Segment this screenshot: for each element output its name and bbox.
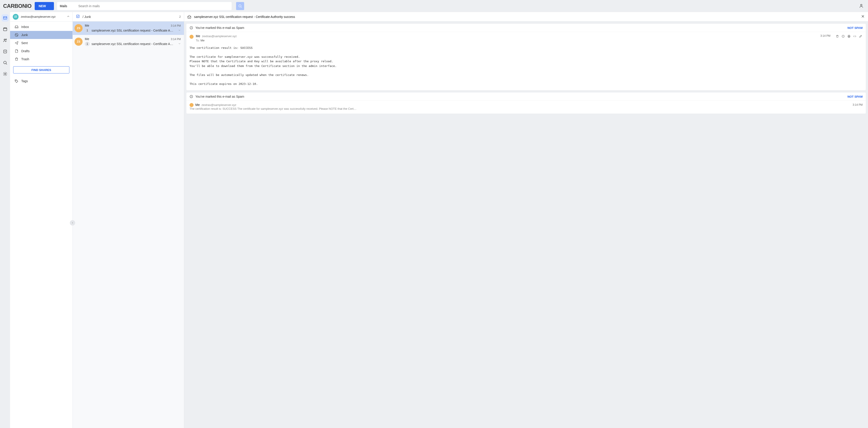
rail-search[interactable] (2, 59, 9, 66)
new-button[interactable]: NEW (35, 2, 54, 10)
sender-avatar: ZS (74, 38, 83, 46)
message-card: You've marked this e-mail as Spam NOT SP… (186, 24, 866, 90)
to-value: Me (200, 39, 205, 42)
shield-icon (842, 35, 845, 38)
search-icon (3, 60, 7, 65)
rail-calendar[interactable] (2, 26, 9, 33)
mail-subject: sampleserver.xyz SSL certification reque… (92, 29, 176, 32)
mail-icon (3, 16, 7, 20)
print-message-button[interactable] (847, 34, 851, 39)
rail-files[interactable] (2, 48, 9, 55)
sidebar-collapse-handle[interactable] (70, 220, 75, 226)
spam-toggle-button[interactable] (841, 34, 845, 39)
svg-point-10 (16, 80, 16, 81)
mail-row[interactable]: ZS Me 3:14 PM 1 sampleserver.xyz SSL cer… (73, 22, 184, 35)
folder-inbox[interactable]: Inbox (10, 23, 72, 31)
mail-from: Me (85, 24, 89, 27)
mail-count: 2 (179, 15, 181, 18)
chevron-down-icon (48, 5, 50, 7)
svg-rect-3 (3, 28, 7, 31)
calendar-icon (3, 27, 7, 31)
account-row[interactable]: ZZ zextras@sampleserver.xyz (10, 12, 72, 22)
chevron-down-icon (178, 42, 181, 45)
find-shares-button[interactable]: FIND SHARES (13, 66, 69, 74)
folder-sent[interactable]: Sent (10, 39, 72, 47)
message-time: 3:14 PM (852, 103, 863, 106)
search-input[interactable] (75, 4, 231, 8)
folder-list: Inbox Junk Sent Drafts Trash (10, 22, 72, 64)
folder-label: Sent (21, 41, 28, 45)
app-rail (0, 12, 10, 428)
printer-icon (847, 35, 850, 38)
rail-contacts[interactable] (2, 37, 9, 44)
message-time: 3:14 PM (820, 34, 830, 37)
chevron-down-icon (178, 29, 181, 32)
select-all-checkbox[interactable] (76, 14, 80, 19)
account-avatar: ZZ (13, 14, 19, 20)
folder-trash[interactable]: Trash (10, 55, 72, 63)
profile-button[interactable] (858, 2, 865, 10)
spam-banner: You've marked this e-mail as Spam NOT SP… (186, 92, 866, 101)
rail-settings[interactable] (2, 70, 9, 78)
message-card[interactable]: You've marked this e-mail as Spam NOT SP… (186, 92, 866, 114)
svg-point-8 (4, 74, 6, 75)
message-header: Me zextras@sampleserver.xyz To: Me 3:14 … (186, 32, 866, 44)
spam-banner-text: You've marked this e-mail as Spam (195, 26, 845, 30)
mail-list-pane: / Junk 2 ZS Me 3:14 PM 1 sampleserver.xy… (73, 12, 184, 428)
brand-logo: CARBONIO (3, 3, 32, 9)
search-scope-label: Mails (60, 4, 67, 8)
not-spam-button[interactable]: NOT SPAM (847, 26, 863, 30)
files-icon (3, 49, 7, 54)
contacts-icon (3, 38, 7, 42)
not-spam-button[interactable]: NOT SPAM (847, 95, 863, 98)
search-scope-dropdown[interactable]: Mails (57, 2, 75, 10)
rail-mail[interactable] (2, 14, 9, 22)
mail-row[interactable]: ZS Me 3:14 PM 1 sampleserver.xyz SSL cer… (73, 35, 184, 48)
folder-drafts[interactable]: Drafts (10, 47, 72, 55)
chevron-left-icon (71, 222, 73, 224)
message-avatar (189, 103, 193, 107)
message-from-email: zextras@sampleserver.xyz (202, 103, 236, 107)
info-icon (189, 95, 193, 98)
message-collapsed: Me zextras@sampleserver.xyz 3:14 PM The … (186, 101, 866, 114)
message-body: The certification result is: SUCCESS The… (186, 44, 866, 90)
chevron-up-icon (67, 15, 70, 18)
tags-label: Tags (21, 79, 28, 83)
search-button[interactable] (236, 2, 244, 10)
spam-banner: You've marked this e-mail as Spam NOT SP… (186, 24, 866, 32)
checkbox-icon (76, 14, 80, 18)
close-reader-button[interactable] (861, 14, 865, 19)
folder-label: Trash (21, 57, 29, 61)
top-bar: CARBONIO NEW Mails (0, 0, 868, 12)
mail-list-header: / Junk 2 (73, 12, 184, 22)
edit-message-button[interactable] (859, 34, 863, 39)
message-from-email: zextras@sampleserver.xyz (202, 34, 237, 38)
thread-expand-toggle[interactable] (178, 42, 181, 46)
reading-pane-header: sampleserver.xyz SSL certification reque… (184, 12, 868, 22)
tag-icon (14, 79, 19, 83)
mail-subject: sampleserver.xyz SSL certification reque… (92, 42, 176, 46)
spam-banner-text: You've marked this e-mail as Spam (195, 95, 845, 98)
folder-label: Inbox (21, 25, 29, 29)
thread-expand-toggle[interactable] (178, 29, 181, 32)
thread-count-badge: 1 (85, 28, 90, 33)
tags-row[interactable]: Tags (10, 77, 72, 85)
delete-message-button[interactable] (835, 34, 839, 39)
trash-icon (14, 57, 19, 61)
search-icon (238, 4, 242, 8)
trash-icon (836, 35, 839, 38)
folder-breadcrumb: / Junk (83, 15, 91, 19)
folder-label: Junk (21, 33, 28, 37)
mail-time: 3:14 PM (171, 24, 181, 27)
junk-icon (14, 33, 19, 37)
folder-junk[interactable]: Junk (10, 31, 72, 39)
svg-point-4 (4, 39, 5, 40)
show-source-button[interactable] (853, 34, 857, 39)
reader-subject: sampleserver.xyz SSL certification reque… (194, 15, 858, 19)
drafts-icon (14, 49, 19, 53)
thread-count-badge: 1 (85, 42, 90, 46)
account-collapse-toggle[interactable] (67, 15, 70, 19)
gear-icon (3, 72, 7, 76)
edit-icon (859, 35, 862, 38)
message-to: To: Me (196, 39, 818, 42)
